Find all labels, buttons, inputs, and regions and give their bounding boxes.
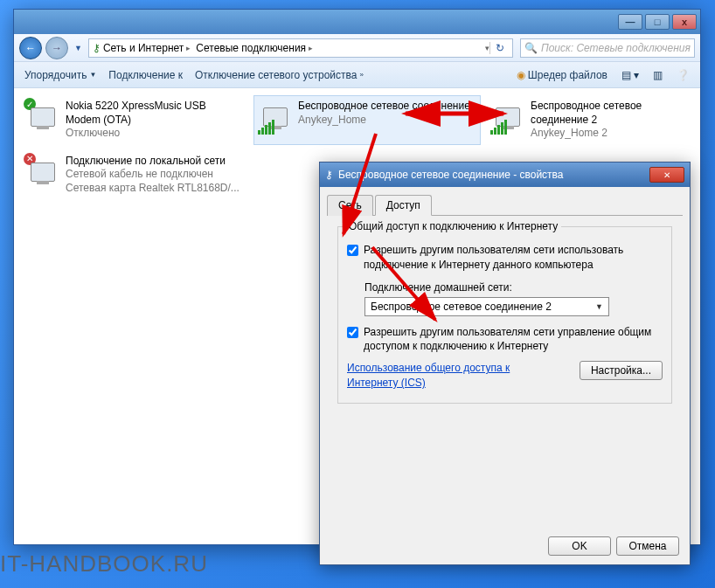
connection-title: Nokia 5220 XpressMusic USB Modem (OTA)	[66, 100, 244, 127]
refresh-button[interactable]: ↻	[489, 42, 509, 54]
modem-icon: ✓	[25, 100, 60, 135]
breadcrumb-seg[interactable]: Сеть и Интернет	[103, 42, 184, 54]
nav-history-dropdown[interactable]: ▼	[72, 44, 85, 52]
preview-pane-button[interactable]: ▥	[649, 67, 666, 83]
breadcrumb-seg[interactable]: Сетевые подключения	[196, 42, 306, 54]
view-icon: ▤	[621, 69, 631, 81]
address-bar[interactable]: ⚷ Сеть и Интернет▸ Сетевые подключения▸ …	[88, 38, 513, 58]
connection-title: Беспроводное сетевое соединение	[298, 100, 470, 114]
dialog-titlebar: ⚷ Беспроводное сетевое соединение - свой…	[320, 163, 690, 187]
search-placeholder: Поиск: Сетевые подключения	[541, 42, 691, 54]
arrow-right-icon: →	[52, 42, 62, 54]
wifi-icon	[490, 100, 525, 135]
back-button[interactable]: ←	[19, 37, 42, 59]
ics-help-link[interactable]: Использование общего доступа к Интернету…	[347, 361, 522, 391]
tab-panel-access: Общий доступ к подключению к Интернету Р…	[327, 216, 683, 530]
organize-menu[interactable]: Упорядочить▼	[21, 67, 100, 83]
connection-title: Беспроводное сетевое соединение 2	[531, 100, 674, 127]
allow-sharing-label: Разрешить другим пользователям сети испо…	[364, 243, 663, 273]
connection-title: Подключение по локальной сети	[66, 155, 239, 169]
toolbar: Упорядочить▼ Подключение к Отключение се…	[14, 62, 700, 88]
cancel-button[interactable]: Отмена	[616, 536, 679, 556]
preview-icon: ▥	[653, 69, 663, 81]
chevron-right-icon: ▸	[309, 44, 313, 52]
ok-button[interactable]: OK	[548, 536, 611, 556]
connection-item-wifi[interactable]: Беспроводное сетевое соединение Anykey_H…	[253, 95, 481, 145]
wifi-icon	[258, 100, 293, 135]
connection-status: Anykey_Home	[298, 114, 470, 128]
connection-item-lan[interactable]: ✕ Подключение по локальной сети Сетевой …	[21, 150, 274, 200]
network-icon: ⚷	[325, 169, 333, 181]
connection-status: Отключено	[66, 127, 244, 141]
dialog-title: Беспроводное сетевое соединение - свойст…	[338, 169, 564, 181]
titlebar: — □ x	[14, 10, 700, 34]
signal-bars-icon	[258, 120, 274, 135]
close-button[interactable]: x	[672, 14, 697, 30]
ics-group: Общий доступ к подключению к Интернету Р…	[337, 226, 672, 404]
shredder-button[interactable]: ◉Шредер файлов	[513, 67, 611, 83]
tab-network[interactable]: Сеть	[327, 195, 373, 216]
tabs: Сеть Доступ	[327, 194, 683, 216]
disable-device-button[interactable]: Отключение сетевого устройства»	[191, 67, 367, 83]
watermark: IT-HANDBOOK.RU	[0, 550, 208, 578]
home-network-label: Подключение домашней сети:	[364, 281, 663, 294]
arrow-left-icon: ←	[25, 42, 36, 54]
network-icon: ⚷	[93, 42, 101, 54]
connect-to-button[interactable]: Подключение к	[105, 67, 186, 83]
combo-value: Беспроводное сетевое соединение 2	[371, 301, 552, 313]
home-network-combo[interactable]: Беспроводное сетевое соединение 2 ▼	[364, 297, 609, 316]
allow-sharing-checkbox[interactable]	[347, 245, 358, 256]
help-icon: ❔	[677, 69, 690, 81]
dialog-close-button[interactable]: ✕	[649, 167, 684, 183]
allow-control-label: Разрешить другим пользователям сети упра…	[364, 325, 663, 355]
settings-button[interactable]: Настройка...	[580, 361, 663, 380]
search-input[interactable]: 🔍 Поиск: Сетевые подключения	[520, 38, 695, 58]
minimize-button[interactable]: —	[618, 14, 642, 30]
tab-access[interactable]: Доступ	[375, 195, 432, 216]
allow-control-checkbox[interactable]	[347, 327, 358, 338]
connection-adapter: Сетевая карта Realtek RTL8168D/...	[66, 182, 239, 196]
chevron-right-icon: ▸	[186, 44, 191, 52]
navbar: ← → ▼ ⚷ Сеть и Интернет▸ Сетевые подключ…	[14, 34, 700, 62]
maximize-button[interactable]: □	[645, 14, 670, 30]
search-icon: 🔍	[524, 42, 538, 54]
connection-item-modem[interactable]: ✓ Nokia 5220 XpressMusic USB Modem (OTA)…	[21, 95, 248, 145]
view-button[interactable]: ▤▾	[618, 67, 642, 83]
lan-icon: ✕	[25, 155, 60, 190]
connection-item-wifi2[interactable]: Беспроводное сетевое соединение 2 Anykey…	[486, 95, 678, 145]
shredder-icon: ◉	[517, 69, 525, 81]
forward-button[interactable]: →	[45, 37, 68, 59]
connection-status: Сетевой кабель не подключен	[66, 168, 239, 182]
properties-dialog: ⚷ Беспроводное сетевое соединение - свой…	[319, 162, 691, 565]
chevron-down-icon: ▼	[595, 302, 603, 311]
connection-status: Anykey_Home 2	[531, 127, 674, 141]
signal-bars-icon	[490, 120, 507, 135]
group-title: Общий доступ к подключению к Интернету	[345, 220, 561, 232]
help-button[interactable]: ❔	[673, 67, 693, 83]
